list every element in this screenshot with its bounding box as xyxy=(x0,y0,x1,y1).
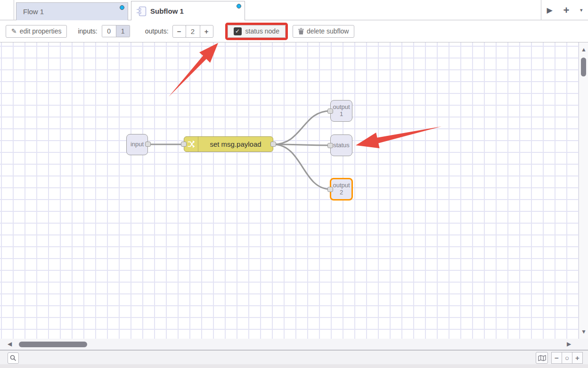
outputs-decrease-button[interactable]: − xyxy=(172,25,186,38)
tab-scroll-right-icon[interactable]: ▶ xyxy=(547,6,552,15)
port-change-output[interactable] xyxy=(270,142,276,147)
editor-footer: − ○ + xyxy=(0,350,588,364)
port-input-output[interactable] xyxy=(145,142,151,147)
zoom-out-button[interactable]: − xyxy=(551,352,562,364)
change-node-label: set msg.payload xyxy=(198,137,273,151)
port-output-1-input[interactable] xyxy=(327,109,333,114)
subflow-toolbar: ✎ edit properties inputs: 0 1 outputs: −… xyxy=(0,20,588,42)
bottom-edge-strip xyxy=(0,364,588,368)
node-status-label: status xyxy=(333,142,350,149)
scroll-left-icon[interactable]: ◀ xyxy=(8,341,12,347)
add-flow-icon[interactable]: + xyxy=(563,4,569,17)
port-change-input[interactable] xyxy=(181,142,187,147)
inputs-label: inputs: xyxy=(78,27,97,35)
scroll-right-icon[interactable]: ▶ xyxy=(567,341,571,347)
zoom-in-button[interactable]: + xyxy=(572,352,583,364)
checkbox-checked-icon[interactable]: ✓ xyxy=(234,27,242,35)
tabbar-left-spacer xyxy=(0,0,14,20)
tabbar-actions: ▶ + ▾ xyxy=(541,0,588,20)
zoom-reset-button[interactable]: ○ xyxy=(562,352,572,364)
node-output-2[interactable]: output2 xyxy=(330,178,353,201)
footer-right-controls: − ○ + xyxy=(536,352,583,364)
outputs-value: 2 xyxy=(186,25,200,38)
tab-modified-dot xyxy=(120,5,124,10)
node-output-1[interactable]: output1 xyxy=(330,100,352,122)
port-status-input[interactable] xyxy=(327,143,333,148)
tab-flow-1[interactable]: Flow 1 xyxy=(16,2,128,20)
inputs-option-1[interactable]: 1 xyxy=(116,25,130,37)
node-output-2-label: output2 xyxy=(333,182,350,196)
status-node-label: status node xyxy=(245,27,279,35)
vertical-scrollbar-thumb[interactable] xyxy=(581,58,586,76)
outputs-label: outputs: xyxy=(145,27,169,35)
delete-subflow-label: delete subflow xyxy=(307,27,349,35)
outputs-spinner: − 2 + xyxy=(172,25,213,38)
inputs-option-0[interactable]: 0 xyxy=(102,25,116,37)
canvas-grid[interactable] xyxy=(0,42,579,339)
delete-subflow-button[interactable]: delete subflow xyxy=(293,25,355,38)
navigator-button[interactable] xyxy=(536,352,548,364)
status-node-toggle[interactable]: ✓ status node xyxy=(228,25,286,38)
horizontal-scrollbar[interactable]: ◀ ▶ xyxy=(0,339,588,350)
search-flows-button[interactable] xyxy=(8,352,19,364)
node-change[interactable]: set msg.payload xyxy=(184,136,273,152)
pencil-icon: ✎ xyxy=(11,27,17,35)
zoom-controls: − ○ + xyxy=(551,352,583,364)
trash-icon xyxy=(298,28,304,34)
node-input-label: input xyxy=(131,141,144,148)
node-red-editor: Flow 1 Subflow 1 ▶ + ▾ ✎ edit properties… xyxy=(0,0,588,368)
tab-flow-1-label: Flow 1 xyxy=(23,8,44,16)
flow-canvas[interactable]: input set msg.payload output1 xyxy=(0,42,588,339)
tab-subflow-1-label: Subflow 1 xyxy=(150,7,184,15)
map-icon xyxy=(538,355,546,361)
node-status[interactable]: status xyxy=(330,134,352,156)
tab-list-menu-icon[interactable]: ▾ xyxy=(580,7,583,13)
edit-properties-button[interactable]: ✎ edit properties xyxy=(6,25,67,38)
scroll-down-icon[interactable]: ▼ xyxy=(579,328,588,335)
outputs-increase-button[interactable]: + xyxy=(200,25,213,38)
tab-modified-dot xyxy=(237,4,241,8)
workspace-tabbar: Flow 1 Subflow 1 ▶ + ▾ xyxy=(0,0,588,20)
tab-subflow-1[interactable]: Subflow 1 xyxy=(131,1,245,21)
vertical-scrollbar[interactable]: ▲ ▼ xyxy=(579,42,588,339)
scroll-up-icon[interactable]: ▲ xyxy=(579,46,588,53)
node-output-1-label: output1 xyxy=(333,104,350,118)
shuffle-icon xyxy=(187,140,195,148)
red-annotation-box: ✓ status node xyxy=(225,23,288,40)
subflow-icon xyxy=(136,6,147,17)
edit-properties-label: edit properties xyxy=(20,27,62,35)
horizontal-scrollbar-thumb[interactable] xyxy=(19,342,87,347)
inputs-segmented-control: 0 1 xyxy=(102,25,130,37)
port-output-2-input[interactable] xyxy=(327,187,333,192)
search-icon xyxy=(10,355,16,361)
